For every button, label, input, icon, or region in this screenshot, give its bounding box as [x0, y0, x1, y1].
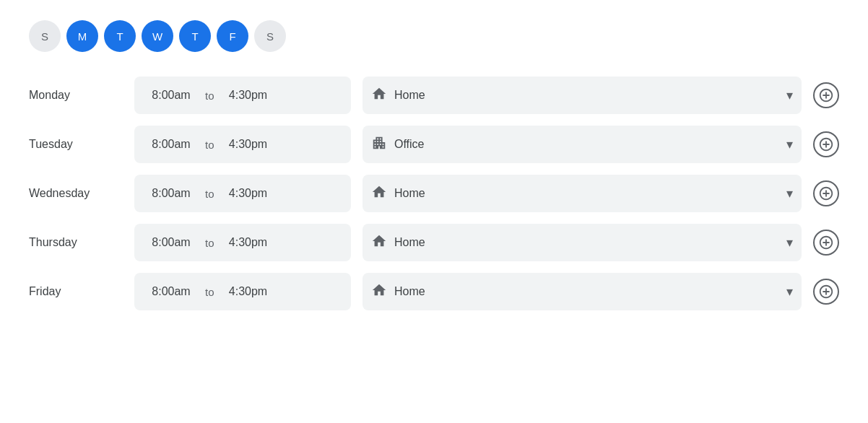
time-separator: to	[205, 237, 214, 249]
end-time: 4:30pm	[223, 138, 274, 151]
time-separator: to	[205, 90, 214, 102]
home-icon	[371, 86, 387, 105]
end-time: 4:30pm	[223, 285, 274, 298]
start-time: 8:00am	[146, 285, 196, 298]
day-circle-s2[interactable]: S	[254, 20, 286, 52]
start-time: 8:00am	[146, 89, 196, 102]
day-circle-f[interactable]: F	[217, 20, 248, 52]
time-range-box[interactable]: 8:00amto4:30pm	[134, 224, 351, 261]
time-separator: to	[205, 286, 214, 298]
home-icon	[371, 233, 387, 253]
schedule-row: Monday8:00amto4:30pm Home▾	[29, 75, 839, 115]
day-circle-t[interactable]: T	[104, 20, 136, 52]
add-schedule-button[interactable]	[813, 230, 839, 256]
location-dropdown[interactable]: Home▾	[363, 224, 802, 261]
day-circle-s[interactable]: S	[29, 20, 61, 52]
time-separator: to	[205, 139, 214, 151]
schedule-row: Thursday8:00amto4:30pm Home▾	[29, 222, 839, 263]
time-range-box[interactable]: 8:00amto4:30pm	[134, 273, 351, 310]
chevron-down-icon: ▾	[786, 136, 793, 152]
day-label-tuesday: Tuesday	[29, 138, 123, 151]
day-circle-m[interactable]: M	[66, 20, 98, 52]
schedule-row: Wednesday8:00amto4:30pm Home▾	[29, 173, 839, 214]
time-range-box[interactable]: 8:00amto4:30pm	[134, 77, 351, 114]
day-label-thursday: Thursday	[29, 236, 123, 249]
chevron-down-icon: ▾	[786, 87, 793, 103]
add-schedule-button[interactable]	[813, 82, 839, 108]
start-time: 8:00am	[146, 138, 196, 151]
schedule-list: Monday8:00amto4:30pm Home▾Tuesday8:00amt…	[29, 75, 839, 312]
chevron-down-icon: ▾	[786, 284, 793, 300]
time-separator: to	[205, 188, 214, 200]
start-time: 8:00am	[146, 236, 196, 249]
location-dropdown[interactable]: Home▾	[363, 77, 802, 114]
schedule-row: Tuesday8:00amto4:30pm Office▾	[29, 124, 839, 165]
day-circle-w[interactable]: W	[142, 20, 173, 52]
location-dropdown[interactable]: Home▾	[363, 175, 802, 212]
location-label: Home	[394, 89, 779, 102]
home-icon	[371, 184, 387, 204]
location-label: Home	[394, 285, 779, 298]
office-icon	[371, 135, 387, 154]
location-dropdown[interactable]: Home▾	[363, 273, 802, 310]
add-schedule-button[interactable]	[813, 180, 839, 206]
time-range-box[interactable]: 8:00amto4:30pm	[134, 175, 351, 212]
chevron-down-icon: ▾	[786, 186, 793, 201]
day-label-friday: Friday	[29, 285, 123, 298]
chevron-down-icon: ▾	[786, 235, 793, 250]
home-icon	[371, 282, 387, 302]
end-time: 4:30pm	[223, 89, 274, 102]
time-range-box[interactable]: 8:00amto4:30pm	[134, 126, 351, 163]
location-dropdown[interactable]: Office▾	[363, 126, 802, 163]
day-label-wednesday: Wednesday	[29, 187, 123, 200]
day-circle-t2[interactable]: T	[179, 20, 211, 52]
start-time: 8:00am	[146, 187, 196, 200]
end-time: 4:30pm	[223, 236, 274, 249]
location-label: Home	[394, 187, 779, 200]
day-label-monday: Monday	[29, 89, 123, 102]
location-label: Home	[394, 236, 779, 249]
location-label: Office	[394, 138, 779, 151]
schedule-row: Friday8:00amto4:30pm Home▾	[29, 271, 839, 312]
day-selector: SMTWTFS	[29, 14, 839, 52]
end-time: 4:30pm	[223, 187, 274, 200]
add-schedule-button[interactable]	[813, 279, 839, 305]
add-schedule-button[interactable]	[813, 131, 839, 157]
